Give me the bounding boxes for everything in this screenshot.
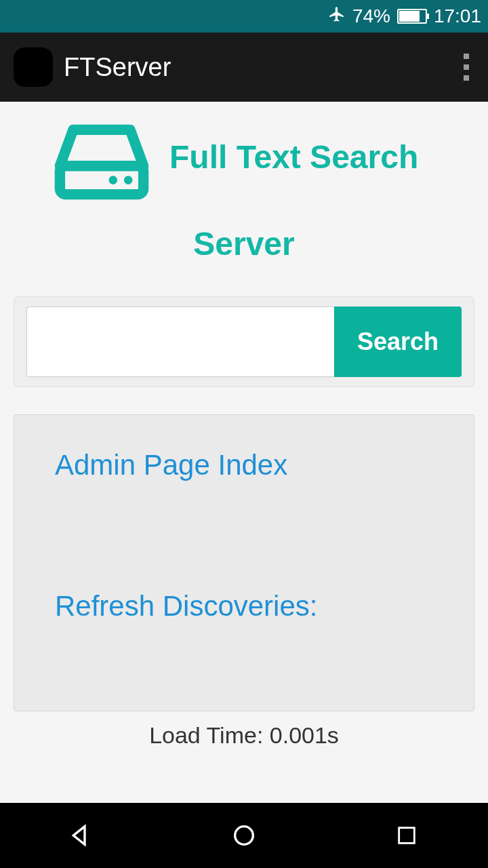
main-content: Full Text Search Server Search Admin Pag… xyxy=(0,102,488,760)
app-icon xyxy=(14,47,53,87)
battery-percentage: 74% xyxy=(352,5,390,27)
hero-title-line2: Server xyxy=(14,225,474,262)
svg-rect-4 xyxy=(399,828,415,844)
search-button[interactable]: Search xyxy=(334,307,462,377)
back-button[interactable] xyxy=(61,815,102,856)
admin-page-index-link[interactable]: Admin Page Index xyxy=(55,449,433,481)
action-bar: FTServer xyxy=(0,33,488,102)
recent-apps-button[interactable] xyxy=(386,815,427,856)
airplane-mode-icon xyxy=(328,5,346,28)
clock-time: 17:01 xyxy=(434,5,481,27)
links-panel: Admin Page Index Refresh Discoveries: xyxy=(14,414,474,711)
home-button[interactable] xyxy=(224,815,264,856)
status-bar: 74% 17:01 xyxy=(0,0,488,33)
search-panel: Search xyxy=(14,296,474,387)
search-input[interactable] xyxy=(26,307,334,377)
server-drive-icon xyxy=(54,122,149,205)
overflow-menu-button[interactable] xyxy=(458,48,474,86)
app-title: FTServer xyxy=(64,53,458,82)
load-time-text: Load Time: 0.001s xyxy=(0,711,488,760)
hero-section: Full Text Search Server xyxy=(0,102,488,276)
svg-point-1 xyxy=(109,176,118,184)
battery-icon xyxy=(397,9,427,24)
nav-bar xyxy=(0,803,488,868)
hero-title-line1: Full Text Search xyxy=(169,122,418,176)
svg-point-3 xyxy=(235,827,253,845)
svg-point-2 xyxy=(124,176,133,184)
refresh-discoveries-link[interactable]: Refresh Discoveries: xyxy=(55,590,433,623)
